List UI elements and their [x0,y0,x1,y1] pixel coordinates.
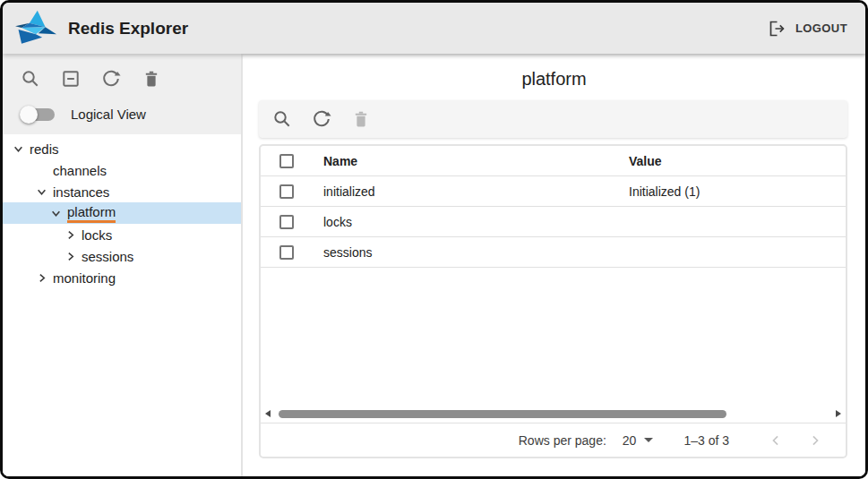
chevron-down-icon[interactable] [35,187,47,197]
tree-item-instances[interactable]: instances [3,181,241,202]
search-button[interactable] [19,67,42,90]
app-title: Redis Explorer [68,19,188,38]
column-header-value: Value [629,154,846,168]
cell-value: Initialized (1) [629,184,846,199]
tree-item-label: monitoring [53,270,116,286]
select-all-checkbox[interactable] [279,154,294,168]
logout-label: LOGOUT [795,21,847,35]
dropdown-caret-icon [644,438,653,442]
scrollbar-thumb[interactable] [279,410,726,418]
logout-button[interactable]: LOGOUT [768,20,847,38]
tree-item-platform-selected[interactable]: platform [3,202,241,224]
tree-item-monitoring[interactable]: monitoring [3,267,241,288]
chevron-left-icon [767,432,785,449]
cell-name: initialized [323,184,629,199]
search-icon [21,69,40,89]
chevron-right-icon[interactable] [64,230,76,240]
table-empty-area [261,268,846,405]
app-logo-bird-icon [15,10,56,47]
scrollbar-track[interactable] [277,410,829,418]
app-window: Redis Explorer LOGOUT [0,0,868,479]
tree-item-label: instances [53,184,109,200]
tree-item-redis[interactable]: redis [3,138,241,159]
table-search-button[interactable] [271,107,294,131]
table-row[interactable]: locks [261,207,846,237]
table-refresh-button[interactable] [310,107,333,131]
trash-icon [142,69,161,89]
column-header-name: Name [323,154,629,168]
chevron-down-icon[interactable] [12,144,24,154]
sidebar-toolbar: Logical View [3,54,241,134]
refresh-icon [312,109,331,129]
page-title: platform [243,69,865,90]
refresh-button[interactable] [99,67,123,90]
table-row[interactable]: initialized Initialized (1) [261,176,846,207]
search-icon [272,109,292,129]
scroll-left-arrow-icon[interactable] [265,410,271,417]
table-header-row: Name Value [261,146,846,176]
cell-name: sessions [323,245,629,260]
table-pagination: Rows per page: 20 1–3 of 3 [261,423,846,457]
key-tree: redis channels instances platform locks [3,134,241,476]
tree-item-sessions[interactable]: sessions [3,245,241,267]
next-page-button[interactable] [795,432,835,449]
table-delete-button[interactable] [349,107,373,131]
refresh-icon [101,69,121,89]
collapse-all-button[interactable] [59,67,82,90]
row-checkbox[interactable] [279,184,294,199]
table-toolbar [259,100,847,138]
cell-name: locks [323,215,629,229]
sidebar: Logical View redis channels instances [3,54,241,476]
tree-item-label: redis [30,141,59,157]
app-header: Redis Explorer LOGOUT [3,3,865,54]
tree-item-label: sessions [82,249,133,264]
tree-item-channels[interactable]: channels [3,159,241,181]
delete-button[interactable] [140,67,163,90]
previous-page-button[interactable] [756,432,795,449]
horizontal-scrollbar[interactable] [261,405,846,423]
page-size-select[interactable]: 20 [623,433,654,448]
chevron-right-icon[interactable] [64,252,76,261]
tree-item-label: channels [53,163,107,178]
chevron-right-icon [806,432,824,449]
main-panel: platform [241,54,865,476]
logical-view-toggle[interactable] [22,108,55,121]
scroll-right-arrow-icon[interactable] [836,410,841,417]
pagination-range: 1–3 of 3 [683,433,729,448]
rows-per-page-label: Rows per page: [519,433,606,448]
tree-item-label: locks [82,227,112,243]
keys-table: Name Value initialized Initialized (1) l… [259,144,847,458]
chevron-right-icon[interactable] [35,273,47,283]
collapse-all-icon [61,69,81,89]
trash-icon [351,109,371,129]
page-size-value: 20 [623,433,637,448]
logical-view-label: Logical View [71,107,146,122]
tree-item-label: platform [67,204,116,223]
row-checkbox[interactable] [279,215,294,229]
logout-icon [768,20,786,38]
tree-item-locks[interactable]: locks [3,224,241,245]
row-checkbox[interactable] [279,245,294,260]
table-row[interactable]: sessions [261,237,846,268]
chevron-down-icon[interactable] [49,209,62,218]
toggle-knob [20,106,38,124]
